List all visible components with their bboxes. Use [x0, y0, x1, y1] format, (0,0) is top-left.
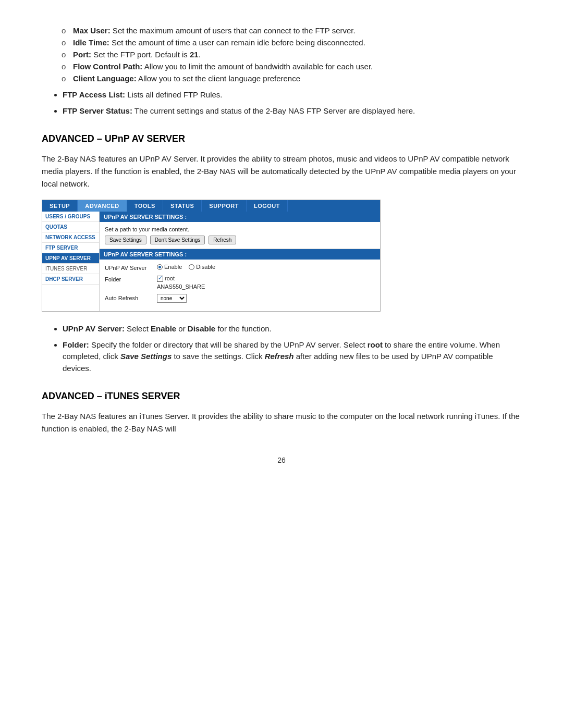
nas-media-path-desc: Set a path to your media content. [105, 226, 375, 232]
itunes-intro-text: The 2-Bay NAS features an iTunes Server.… [42, 410, 521, 435]
auto-refresh-select[interactable]: none 5 min 10 min [157, 294, 187, 303]
sidebar-users-groups[interactable]: USERS / GROUPS [42, 212, 99, 222]
bullet-port: Port: Set the FTP port. Default is 21. [73, 50, 521, 59]
nas-label-upnp-server: UPnP AV Server [105, 264, 157, 271]
dot-ftp-access-list: FTP Access List: Lists all defined FTP R… [63, 89, 521, 101]
upnp-dot-list: UPnP AV Server: Select Enable or Disable… [63, 323, 521, 374]
nav-tools[interactable]: TooLs [127, 200, 163, 212]
sidebar-itunes-server[interactable]: iTunes SERVER [42, 264, 99, 274]
upnp-intro-text: The 2-Bay NAS features an UPnP AV Server… [42, 153, 521, 190]
nas-section-body-1: Set a path to your media content. Save S… [100, 222, 380, 249]
section-heading-upnp: ADVANCED – UPnP AV SERVER [42, 133, 521, 144]
nas-value-upnp-server: Enable Disable [157, 264, 221, 271]
radio-enable-circle [157, 264, 163, 270]
dot-folder: Folder: Specify the folder or directory … [63, 339, 521, 375]
nas-value-auto-refresh: none 5 min 10 min [157, 294, 187, 303]
sidebar-dhcp-server[interactable]: DHCP SERVER [42, 274, 99, 285]
nas-content-area: UPnP AV SERVER SETTINGS : Set a path to … [100, 212, 380, 311]
folder-root-row: root [157, 275, 205, 282]
nav-status[interactable]: Status [163, 200, 202, 212]
radio-disable[interactable]: Disable [189, 264, 215, 270]
refresh-button[interactable]: Refresh [209, 236, 236, 244]
nas-section-header-1: UPnP AV SERVER SETTINGS : [100, 212, 380, 222]
bullet-idle-time: Idle Time: Set the amount of time a user… [73, 38, 521, 47]
dot-upnp-av-server: UPnP AV Server: Select Enable or Disable… [63, 323, 521, 335]
sidebar-network-access[interactable]: NETWORK ACCESS [42, 232, 99, 243]
nav-setup[interactable]: Setup [42, 200, 78, 212]
nav-logout[interactable]: Logout [247, 200, 288, 212]
nas-label-folder: Folder [105, 275, 157, 282]
radio-disable-circle [189, 264, 194, 270]
radio-enable[interactable]: Enable [157, 264, 182, 270]
bullet-flow-control: Flow Control Path: Allow you to limit th… [73, 62, 521, 71]
folder-root-label: root [165, 275, 175, 281]
nav-advanced[interactable]: Advanced [78, 200, 127, 212]
ftp-sub-bullet-list: Max User: Set the maximum amount of user… [73, 26, 521, 83]
nas-nav-bar: Setup Advanced TooLs Status Support Logo… [42, 200, 380, 212]
checkbox-root[interactable] [157, 276, 163, 282]
dot-ftp-server-status: FTP Server Status: The current settings … [63, 105, 521, 117]
nav-support[interactable]: Support [202, 200, 247, 212]
sidebar-quotas[interactable]: QUOTAS [42, 222, 99, 232]
ftp-dot-list: FTP Access List: Lists all defined FTP R… [63, 89, 521, 117]
nas-value-folder: root ANAS550_SHARE [157, 275, 205, 290]
bullet-client-language: Client Language: Allow you to set the cl… [73, 74, 521, 83]
section-heading-itunes: ADVANCED – iTUNES SERVER [42, 391, 521, 402]
nas-label-auto-refresh: Auto Refresh [105, 294, 157, 301]
dont-save-settings-button[interactable]: Don't Save Settings [150, 236, 205, 244]
nas-row-folder: Folder root ANAS550_SHARE [105, 275, 375, 290]
nas-row-upnp-server: UPnP AV Server Enable Disable [105, 264, 375, 271]
folder-share-label: ANAS550_SHARE [157, 283, 205, 290]
nas-section-header-2: UPnP AV SERVER SETTINGS : [100, 249, 380, 260]
save-settings-button[interactable]: Save Settings [105, 236, 146, 244]
nas-row-auto-refresh: Auto Refresh none 5 min 10 min [105, 294, 375, 303]
nas-sidebar: USERS / GROUPS QUOTAS NETWORK ACCESS FTP… [42, 212, 100, 311]
nas-section-body-2: UPnP AV Server Enable Disable F [100, 260, 380, 311]
sidebar-ftp-server[interactable]: FTP SERVER [42, 243, 99, 253]
nas-buttons-row: Save Settings Don't Save Settings Refres… [105, 236, 375, 244]
sidebar-upnp-av-server[interactable]: UPnP AV SERVER [42, 253, 99, 264]
bullet-max-user: Max User: Set the maximum amount of user… [73, 26, 521, 35]
nas-ui-screenshot: Setup Advanced TooLs Status Support Logo… [42, 200, 381, 312]
nas-body: USERS / GROUPS QUOTAS NETWORK ACCESS FTP… [42, 212, 380, 311]
page-number: 26 [42, 456, 521, 464]
